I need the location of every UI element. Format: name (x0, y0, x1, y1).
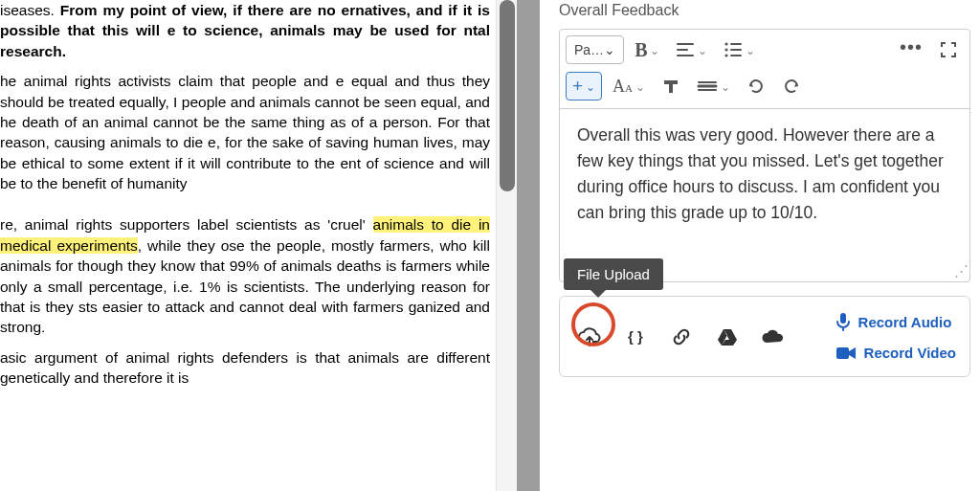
list-button[interactable]: ⌄ (718, 35, 761, 64)
hr-icon (697, 78, 718, 95)
cloud-upload-icon (577, 326, 602, 347)
font-size-icon: AA (612, 77, 633, 97)
dev-tools-button[interactable]: { } (623, 324, 648, 349)
fullscreen-icon (940, 41, 957, 58)
record-audio-button[interactable]: Record Audio (835, 312, 952, 331)
redo-icon (782, 77, 801, 96)
bold-icon: B (635, 39, 647, 61)
fullscreen-button[interactable] (933, 35, 964, 64)
chevron-down-icon: ⌄ (650, 44, 659, 57)
svg-point-3 (725, 42, 728, 45)
feedback-pane: Overall Feedback Pa… ⌄ B ⌄ ⌄ (540, 0, 980, 491)
resize-handle[interactable]: ⋰ (954, 262, 966, 279)
google-drive-button[interactable] (715, 324, 740, 349)
paragraph-style-label: Pa… (574, 42, 604, 57)
more-icon: ••• (900, 36, 923, 58)
onedrive-button[interactable] (761, 324, 786, 349)
svg-rect-13 (836, 347, 849, 359)
file-upload-tooltip: File Upload (564, 258, 663, 290)
plus-icon: + (572, 76, 583, 97)
file-upload-button[interactable] (577, 324, 602, 349)
microphone-icon (835, 312, 851, 331)
document-pane: iseases. From my point of view, if there… (0, 0, 517, 491)
doc-p3a: re, animal rights supporters label scien… (0, 216, 373, 233)
clear-format-icon (661, 78, 680, 95)
pane-divider[interactable] (517, 0, 540, 491)
record-video-label: Record Video (864, 345, 956, 361)
scrollbar-thumb[interactable] (500, 0, 515, 191)
font-size-button[interactable]: AA ⌄ (607, 72, 651, 100)
svg-rect-12 (840, 313, 846, 324)
record-audio-label: Record Audio (858, 314, 952, 330)
doc-p1a: iseases. (0, 2, 60, 18)
chevron-down-icon: ⌄ (746, 44, 755, 57)
svg-point-5 (725, 54, 728, 56)
align-button[interactable]: ⌄ (670, 35, 713, 64)
dev-icon: { } (628, 328, 643, 345)
record-video-button[interactable]: Record Video (835, 345, 956, 361)
svg-point-4 (725, 48, 728, 51)
feedback-textarea[interactable]: Overall this was very good. However ther… (560, 109, 969, 281)
feedback-title: Overall Feedback (559, 2, 970, 19)
chevron-down-icon: ⌄ (721, 80, 730, 94)
undo-button[interactable] (741, 72, 771, 100)
chevron-down-icon: ⌄ (635, 80, 645, 94)
doc-p1-bold: From my point of view, if there are no e… (0, 2, 490, 59)
editor-toolbar: Pa… ⌄ B ⌄ ⌄ ⌄ (560, 30, 969, 109)
bold-button[interactable]: B ⌄ (629, 35, 665, 64)
redo-button[interactable] (776, 72, 807, 100)
document-scrollbar[interactable] (496, 0, 517, 491)
onedrive-icon (761, 328, 786, 346)
google-drive-icon (717, 327, 738, 346)
hr-button[interactable]: ⌄ (691, 72, 736, 100)
chevron-down-icon: ⌄ (698, 44, 707, 57)
doc-p4: asic argument of animal rights defenders… (0, 347, 490, 389)
link-button[interactable] (669, 324, 694, 349)
more-button[interactable]: ••• (894, 35, 928, 64)
paragraph-style-select[interactable]: Pa… ⌄ (566, 35, 624, 64)
doc-p2: he animal rights activists claim that pe… (0, 71, 490, 193)
editor-container: Pa… ⌄ B ⌄ ⌄ ⌄ (559, 29, 970, 282)
link-icon (671, 326, 692, 347)
align-icon (676, 41, 695, 58)
chevron-down-icon: ⌄ (586, 80, 595, 94)
clear-format-button[interactable] (656, 72, 686, 100)
undo-icon (746, 77, 766, 96)
attachment-box: File Upload { } (559, 296, 970, 377)
video-icon (835, 346, 857, 361)
insert-button[interactable]: + ⌄ (566, 72, 602, 100)
chevron-down-icon: ⌄ (604, 42, 615, 57)
document-body: iseases. From my point of view, if there… (0, 0, 490, 388)
list-icon (724, 41, 743, 58)
